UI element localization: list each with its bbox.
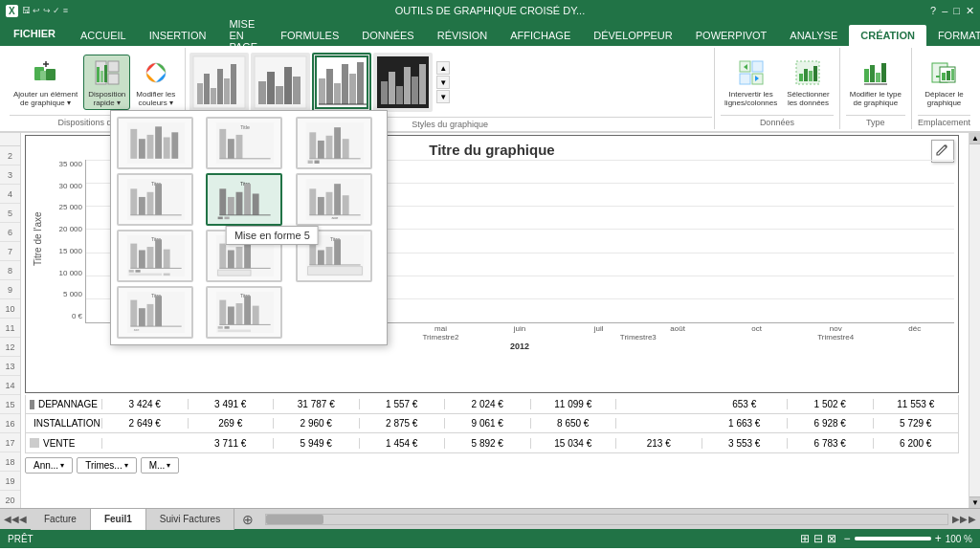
layout-thumb-6[interactable]: axe (296, 173, 372, 226)
right-scrollbar[interactable]: ▲ ▼ (969, 133, 980, 508)
svg-rect-31 (357, 62, 364, 104)
filter-pill-ann[interactable]: Ann... ▾ (25, 457, 73, 474)
svg-rect-99 (318, 197, 324, 215)
sheet-nav-right[interactable]: ▶▶ ▶ (952, 514, 976, 524)
style-scroll-down[interactable]: ▼ (436, 76, 450, 89)
zoom-slider[interactable] (855, 537, 931, 540)
modify-colors-button[interactable]: Modifier lescouleurs ▾ (132, 55, 179, 109)
page-break-button[interactable]: ⊠ (827, 532, 836, 545)
table-row-vente: VENTE 3 711 € 5 949 € 1 454 € 5 892 € 15… (26, 433, 958, 452)
close-button[interactable]: ✕ (966, 5, 974, 17)
filter-pill-m[interactable]: M... ▾ (141, 457, 180, 474)
row-9: 9 (0, 280, 20, 299)
svg-text:Title: Title (241, 124, 251, 130)
scroll-up-button[interactable]: ▲ (969, 133, 980, 144)
layout-thumb-5[interactable]: Titre Mise en forme 5 (206, 173, 282, 226)
add-element-button[interactable]: Ajouter un élémentde graphique ▾ (10, 55, 81, 109)
table-row-depannage: DEPANNAGE 3 424 € 3 491 € 31 787 € 1 557… (26, 395, 958, 414)
modify-colors-icon (141, 57, 171, 88)
svg-rect-36 (396, 86, 403, 104)
switch-rows-cols-button[interactable]: Intervertir leslignes/colonnes (721, 55, 781, 109)
layout-thumb-11[interactable]: Titre (206, 286, 282, 339)
style-scroll-up[interactable]: ▲ (436, 61, 450, 75)
minimize-button[interactable]: – (942, 5, 947, 16)
move-chart-button[interactable]: Déplacer legraphique (921, 55, 967, 109)
tab-revision[interactable]: RÉVISION (426, 25, 500, 46)
zoom-in-button[interactable]: + (935, 532, 942, 545)
zoom-bar: − + 100 % (844, 532, 972, 545)
quick-layout-button[interactable]: Dispositionrapide ▾ (83, 55, 130, 110)
svg-rect-93 (253, 193, 259, 214)
title-bar-left: X 🖫 ↩ ↪ ✓ ≡ (6, 5, 68, 17)
data-table-area: DEPANNAGE 3 424 € 3 491 € 31 787 € 1 557… (25, 395, 959, 453)
move-chart-icon (928, 57, 959, 88)
sheet-add-button[interactable]: ⊕ (234, 510, 261, 529)
svg-rect-10 (104, 65, 107, 82)
scroll-down-button[interactable]: ▼ (969, 496, 980, 508)
y-axis-labels: 35 000 30 000 25 000 20 000 15 000 10 00… (47, 160, 85, 351)
sheet-tab-feuil1[interactable]: Feuil1 (91, 509, 146, 530)
tab-donnees[interactable]: DONNÉES (350, 25, 425, 46)
svg-rect-145 (244, 296, 251, 324)
tab-fichier[interactable]: FICHIER (0, 21, 69, 46)
styles-inner: ▲ ▼ ▼ (188, 48, 712, 117)
quick-layout-label: Dispositionrapide ▾ (88, 90, 125, 107)
svg-rect-45 (799, 74, 803, 81)
svg-rect-98 (309, 188, 316, 215)
tab-developpeur[interactable]: DÉVELOPPEUR (582, 25, 684, 46)
svg-rect-8 (97, 67, 100, 82)
tab-formules[interactable]: FORMULES (269, 25, 350, 46)
layout-thumb-10[interactable]: Titre axe (117, 286, 193, 339)
tab-format[interactable]: FORMAT (926, 25, 980, 46)
svg-rect-120 (236, 247, 243, 268)
style-scroll-more[interactable]: ▼ (436, 90, 450, 103)
change-chart-type-button[interactable]: Modifier le typede graphique (846, 55, 905, 109)
view-buttons: ⊞ ⊟ ⊠ (800, 532, 836, 545)
style-thumb-4[interactable] (373, 53, 433, 112)
svg-rect-26 (319, 78, 325, 104)
row-16: 16 (0, 414, 20, 433)
h-scroll-thumb[interactable] (266, 515, 323, 524)
layout-thumb-4[interactable]: Titre (117, 173, 193, 226)
svg-rect-142 (220, 300, 227, 325)
normal-view-button[interactable]: ⊞ (800, 532, 810, 545)
layout-thumb-1[interactable] (117, 117, 193, 169)
svg-rect-7 (108, 74, 119, 84)
style-thumb-3[interactable] (312, 53, 371, 112)
layout-thumb-7[interactable]: Titre (117, 230, 193, 282)
select-data-button[interactable]: Sélectionnerles données (783, 55, 833, 109)
layout-thumb-3[interactable] (296, 117, 372, 169)
svg-rect-17 (224, 78, 230, 104)
style-thumb-2[interactable] (251, 53, 310, 112)
maximize-button[interactable]: □ (953, 5, 960, 16)
row-10: 10 (0, 299, 20, 319)
page-layout-button[interactable]: ⊟ (813, 532, 823, 545)
sheet-nav-left[interactable]: ◀ ◀◀ (0, 514, 31, 524)
tab-analyse[interactable]: ANALYSE (778, 25, 849, 46)
tab-insertion[interactable]: INSERTION (138, 25, 218, 46)
tab-powerpivot[interactable]: POWERPIVOT (684, 25, 779, 46)
svg-rect-131 (307, 267, 362, 276)
sheet-tab-suivi-factures[interactable]: Suivi Factures (146, 509, 234, 530)
svg-rect-52 (881, 63, 886, 82)
select-data-label: Sélectionnerles données (787, 90, 829, 107)
tab-affichage[interactable]: AFFICHAGE (499, 25, 582, 46)
help-button[interactable]: ? (930, 5, 936, 16)
svg-rect-108 (139, 250, 145, 268)
h-scrollbar[interactable] (265, 514, 948, 525)
modify-colors-label: Modifier lescouleurs ▾ (136, 90, 175, 107)
sheet-tab-facture[interactable]: Facture (31, 509, 91, 530)
svg-rect-84 (147, 192, 154, 215)
tab-creation[interactable]: CRÉATION (849, 25, 926, 46)
layout-dropdown: Title Titre (110, 110, 388, 345)
tab-accueil[interactable]: ACCUEIL (69, 25, 138, 46)
style-thumb-1[interactable] (189, 53, 249, 112)
row-19: 19 (0, 472, 20, 491)
filter-pill-trimes[interactable]: Trimes... ▾ (77, 457, 137, 474)
scroll-track (969, 144, 980, 496)
zoom-out-button[interactable]: − (844, 532, 851, 545)
layout-thumb-2[interactable]: Title (206, 117, 282, 169)
svg-rect-85 (155, 184, 162, 215)
tab-mise-en-page[interactable]: MISE EN PAGE (217, 25, 269, 46)
title-bar: X 🖫 ↩ ↪ ✓ ≡ OUTILS DE GRAPHIQUE CROISÉ D… (0, 0, 980, 21)
